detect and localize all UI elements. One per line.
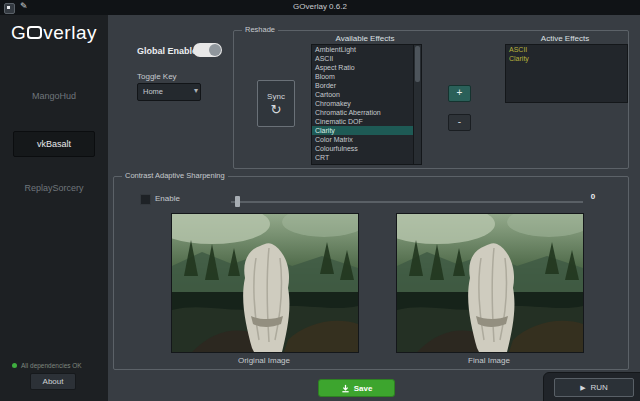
effect-item[interactable]: Color Matrix: [312, 135, 421, 144]
status-text: All dependencies OK: [21, 362, 82, 369]
reshade-group: Reshade Sync ↻ Available Effects Ambient…: [233, 30, 629, 169]
cas-group-label: Contrast Adaptive Sharpening: [122, 171, 228, 180]
toggle-key-dropdown[interactable]: Home ▾: [137, 83, 201, 101]
scrollbar[interactable]: [413, 45, 421, 164]
global-enable-toggle[interactable]: [193, 43, 222, 57]
toggle-knob: [209, 44, 221, 56]
effect-item[interactable]: ASCII: [312, 54, 421, 63]
toggle-key-value: Home: [143, 87, 163, 96]
sidebar-item-replaysorcery[interactable]: ReplaySorcery: [0, 183, 108, 193]
app-logo: Gverlay: [0, 22, 108, 44]
remove-effect-button[interactable]: -: [448, 114, 471, 131]
final-image-caption: Final Image: [396, 356, 582, 365]
logo-suffix: verlay: [43, 22, 97, 43]
sidebar-item-mangohud[interactable]: MangoHud: [0, 91, 108, 101]
effect-item[interactable]: AmbientLight: [312, 45, 421, 54]
save-icon: [341, 384, 350, 393]
logo-prefix: G: [11, 22, 26, 43]
cas-group: Contrast Adaptive Sharpening Enable 0 Or…: [113, 176, 629, 370]
available-effects-header: Available Effects: [295, 34, 435, 43]
run-panel: ▶ RUN: [543, 372, 640, 401]
chevron-down-icon: ▾: [194, 86, 198, 95]
slider-handle[interactable]: [235, 196, 240, 207]
final-image-preview: [396, 213, 584, 353]
play-icon: ▶: [580, 384, 585, 392]
effect-item[interactable]: Border: [312, 81, 421, 90]
status-ok-dot: [12, 363, 17, 368]
original-image-preview: [171, 213, 359, 353]
active-effect-item[interactable]: ASCII: [506, 45, 627, 54]
effect-item[interactable]: Colourfulness: [312, 144, 421, 153]
effect-item-selected[interactable]: Clarity: [312, 126, 421, 135]
run-label: RUN: [591, 383, 608, 392]
reshade-group-label: Reshade: [242, 25, 278, 34]
sidebar-item-vkbasalt[interactable]: vkBasalt: [13, 131, 95, 157]
slider-value: 0: [585, 192, 601, 201]
active-effects-header: Active Effects: [495, 34, 635, 43]
effect-item[interactable]: Cartoon: [312, 90, 421, 99]
titlebar: ✎ GOverlay 0.6.2: [0, 0, 640, 15]
sidebar: Gverlay MangoHud vkBasalt ReplaySorcery …: [0, 15, 108, 401]
cas-enable-checkbox[interactable]: [140, 194, 151, 205]
about-button[interactable]: About: [30, 373, 76, 390]
add-effect-button[interactable]: +: [448, 85, 471, 102]
window-title: GOverlay 0.6.2: [0, 2, 640, 11]
toggle-key-label: Toggle Key: [137, 72, 177, 81]
sharpness-slider[interactable]: [231, 201, 583, 203]
effect-item[interactable]: Bloom: [312, 72, 421, 81]
active-effects-list[interactable]: ASCII Clarity: [505, 44, 628, 103]
save-button[interactable]: Save: [318, 379, 395, 397]
global-enable-label: Global Enable: [137, 46, 197, 56]
active-effect-item[interactable]: Clarity: [506, 54, 627, 63]
run-button[interactable]: ▶ RUN: [554, 378, 634, 397]
effect-item[interactable]: Cinematic DOF: [312, 117, 421, 126]
original-image-caption: Original Image: [171, 356, 357, 365]
available-effects-list[interactable]: AmbientLight ASCII Aspect Ratio Bloom Bo…: [311, 44, 422, 165]
scrollbar-thumb[interactable]: [415, 46, 420, 82]
save-label: Save: [354, 384, 373, 393]
effect-item[interactable]: CRT: [312, 153, 421, 162]
effect-item[interactable]: Aspect Ratio: [312, 63, 421, 72]
sync-icon: ↻: [271, 103, 282, 116]
logo-o-icon: [27, 26, 42, 39]
effect-item[interactable]: Chromatic Aberration: [312, 108, 421, 117]
goverlay-window: ✎ GOverlay 0.6.2 Gverlay MangoHud vkBasa…: [0, 0, 640, 401]
cas-enable-label: Enable: [155, 194, 180, 203]
sync-label: Sync: [267, 92, 285, 101]
effect-item[interactable]: Chromakey: [312, 99, 421, 108]
sync-button[interactable]: Sync ↻: [257, 80, 295, 127]
dependency-status: All dependencies OK: [12, 362, 82, 369]
